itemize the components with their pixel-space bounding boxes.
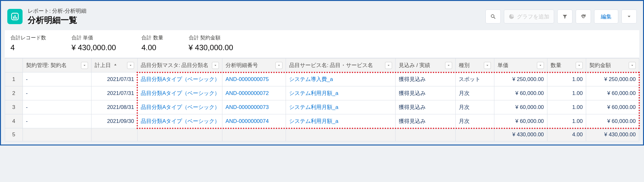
cell-qty: 1.00 (547, 100, 586, 114)
page-header: レポート: 分析-分析明細 分析明細一覧 グラフを追加 編集 (5, 4, 639, 30)
cell-detail-link[interactable]: AND-0000000072 (222, 86, 286, 100)
summary-amount-total: 合計 契約金額 ¥ 430,000.00 (189, 35, 233, 52)
col-label: 見込み / 実績 (399, 62, 430, 69)
table-row: 3-2021/08/31品目分類Aタイプ（ベーシック）AND-000000007… (5, 100, 639, 114)
search-button[interactable] (485, 10, 501, 24)
cell-detail-link[interactable]: AND-0000000073 (222, 100, 286, 114)
table-row: 1-2021/07/31品目分類Aタイプ（ベーシック）AND-000000007… (5, 72, 639, 86)
summary-label: 合計 単価 (71, 35, 116, 41)
cell-empty (92, 128, 138, 141)
cell-unit-price: ¥ 60,000.00 (494, 114, 547, 128)
summary-qty-total: 合計 数量 4.00 (141, 35, 163, 52)
refresh-button[interactable] (576, 10, 591, 24)
chevron-down-icon (626, 14, 632, 19)
filter-toggle[interactable] (127, 62, 134, 69)
cell-empty (455, 128, 494, 141)
edit-button[interactable]: 編集 (594, 10, 618, 24)
summary-value: 4.00 (141, 43, 163, 52)
cell-status: 獲得見込み (395, 100, 455, 114)
cell-status: 獲得見込み (395, 114, 455, 128)
col-detail-no[interactable]: 分析明細番号 (222, 58, 286, 72)
cell-type: 月次 (455, 86, 494, 100)
filter-button[interactable] (557, 10, 573, 24)
filter-toggle[interactable] (629, 62, 636, 69)
report-table: 契約管理: 契約名 計上日 品目分類マスタ: 品目分類名 分析明細番号 品目サー… (5, 58, 639, 141)
filter-toggle[interactable] (385, 62, 392, 69)
cell-service-link[interactable]: システム導入費_a (286, 72, 395, 86)
table-row: 2-2021/07/31品目分類Aタイプ（ベーシック）AND-000000007… (5, 86, 639, 100)
row-number: 5 (5, 128, 23, 141)
summary-unit-total: 合計 単価 ¥ 430,000.00 (71, 35, 116, 52)
col-label: 単価 (498, 62, 508, 69)
cell-type: 月次 (455, 114, 494, 128)
cell-detail-link[interactable]: AND-0000000074 (222, 114, 286, 128)
cell-amount: ¥ 60,000.00 (586, 100, 639, 114)
svg-line-5 (494, 17, 495, 19)
chart-icon (509, 14, 514, 19)
cell-empty (395, 128, 455, 141)
cell-status: 獲得見込み (395, 72, 455, 86)
filter-toggle[interactable] (81, 62, 88, 69)
edit-label: 編集 (601, 13, 612, 20)
add-chart-label: グラフを追加 (517, 13, 549, 20)
filter-toggle[interactable] (445, 62, 452, 69)
cell-amount: ¥ 250,000.00 (586, 72, 639, 86)
cell-amount-total: ¥ 430,000.00 (586, 128, 639, 141)
cell-unit-total: ¥ 430,000.00 (494, 128, 547, 141)
col-type[interactable]: 種別 (455, 58, 494, 72)
cell-service-link[interactable]: システム利用月額_a (286, 100, 395, 114)
cell-detail-link[interactable]: AND-0000000075 (222, 72, 286, 86)
sort-asc-icon (113, 63, 118, 68)
filter-toggle[interactable] (212, 62, 219, 69)
funnel-icon (562, 14, 568, 19)
cell-contract: - (23, 86, 92, 100)
cell-service-link[interactable]: システム利用月額_a (286, 114, 395, 128)
cell-qty: 1.00 (547, 86, 586, 100)
search-icon (490, 14, 496, 19)
col-amount[interactable]: 契約金額 (586, 58, 639, 72)
cell-type: スポット (455, 72, 494, 86)
cell-category-link[interactable]: 品目分類Aタイプ（ベーシック） (137, 100, 222, 114)
more-actions-button[interactable] (621, 10, 637, 24)
cell-empty (23, 128, 92, 141)
cell-contract: - (23, 114, 92, 128)
report-table-wrap: 契約管理: 契約名 計上日 品目分類マスタ: 品目分類名 分析明細番号 品目サー… (5, 58, 639, 141)
add-chart-button: グラフを追加 (504, 10, 554, 24)
cell-qty: 1.00 (547, 72, 586, 86)
cell-empty (222, 128, 286, 141)
filter-toggle[interactable] (484, 62, 491, 69)
cell-service-link[interactable]: システム利用月額_a (286, 86, 395, 100)
row-number: 2 (5, 86, 23, 100)
col-label: 分析明細番号 (226, 62, 258, 69)
cell-category-link[interactable]: 品目分類Aタイプ（ベーシック） (137, 114, 222, 128)
col-label: 契約金額 (589, 62, 611, 69)
col-category[interactable]: 品目分類マスタ: 品目分類名 (137, 58, 222, 72)
col-status[interactable]: 見込み / 実績 (395, 58, 455, 72)
cell-unit-price: ¥ 250,000.00 (494, 72, 547, 86)
summary-record-count: 合計レコード数 4 (10, 35, 46, 52)
col-unit-price[interactable]: 単価 (494, 58, 547, 72)
row-number: 3 (5, 100, 23, 114)
col-label: 品目サービス名: 品目・サービス名 (289, 62, 373, 69)
svg-rect-3 (16, 17, 17, 19)
cell-contract: - (23, 100, 92, 114)
col-label: 契約管理: 契約名 (26, 62, 67, 69)
cell-qty: 1.00 (547, 114, 586, 128)
cell-category-link[interactable]: 品目分類Aタイプ（ベーシック） (137, 86, 222, 100)
col-qty[interactable]: 数量 (547, 58, 586, 72)
row-number: 4 (5, 114, 23, 128)
filter-toggle[interactable] (537, 62, 544, 69)
svg-rect-1 (13, 17, 14, 19)
table-row: 4-2021/09/30品目分類Aタイプ（ベーシック）AND-000000007… (5, 114, 639, 128)
filter-toggle[interactable] (576, 62, 583, 69)
report-icon (7, 9, 23, 24)
cell-empty (137, 128, 222, 141)
row-number: 1 (5, 72, 23, 86)
cell-category-link[interactable]: 品目分類Aタイプ（ベーシック） (137, 72, 222, 86)
cell-unit-price: ¥ 60,000.00 (494, 100, 547, 114)
cell-date: 2021/07/31 (92, 72, 138, 86)
col-date[interactable]: 計上日 (92, 58, 138, 72)
col-service[interactable]: 品目サービス名: 品目・サービス名 (286, 58, 395, 72)
filter-toggle[interactable] (275, 62, 282, 69)
col-contract[interactable]: 契約管理: 契約名 (23, 58, 92, 72)
